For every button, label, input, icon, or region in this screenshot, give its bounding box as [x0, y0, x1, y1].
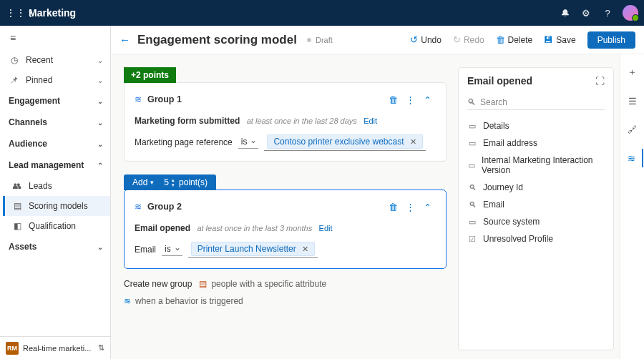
pane-attribute-list: ▭Details ▭Email address ▭Internal Market…	[459, 114, 613, 250]
nav-section-assets[interactable]: Assets ⌄	[0, 236, 110, 257]
chevron-down-icon: ⌄	[97, 119, 103, 127]
text-field-icon: ▭	[467, 139, 477, 148]
pane-item-internal-version[interactable]: ▭Internal Marketing Interaction Version	[463, 152, 609, 179]
redo-icon: ↻	[453, 34, 461, 45]
group-card-2[interactable]: ≋ Group 2 🗑︎ ⋮ ⌄ Email opened at least o…	[124, 190, 447, 269]
condition-name: Marketing form submitted	[135, 116, 240, 126]
nav-item-leads[interactable]: 👥︎ Leads	[3, 176, 110, 196]
points-spinner[interactable]: ▴▾	[172, 177, 175, 187]
behavior-icon: ≋	[135, 202, 142, 212]
nav-item-scoring-models[interactable]: ▤ Scoring models	[3, 196, 110, 216]
clock-icon: ◷	[9, 55, 20, 65]
nav-section-lead-management[interactable]: Lead management ⌃	[0, 154, 110, 176]
app-name: Marketing	[29, 7, 76, 19]
redo-button: ↻Redo	[447, 34, 490, 45]
filter-token: Contoso printer exclusive webcast ✕	[267, 134, 422, 149]
points-tag: +2 points	[124, 67, 176, 83]
record-status: Draft	[316, 36, 333, 44]
create-behavior-option[interactable]: ≋ when a behavior is triggered	[124, 296, 243, 306]
scoring-icon: ▤	[11, 201, 23, 211]
area-switch-icon: ⇅	[98, 343, 104, 353]
filter-operator-select[interactable]: is	[238, 135, 259, 149]
help-icon[interactable]: ?	[597, 8, 618, 19]
pane-search-input[interactable]: 🔍︎ Search	[467, 95, 605, 110]
pane-expand-icon[interactable]: ⛶	[595, 76, 605, 87]
user-avatar[interactable]	[623, 5, 638, 21]
right-rail: ＋ ☰ 🔗︎ ≋	[620, 54, 644, 359]
group-delete-icon[interactable]: 🗑︎	[384, 202, 401, 212]
group-more-icon[interactable]: ⋮	[401, 94, 419, 105]
nav-pinned[interactable]: 📌︎ Pinned ⌄	[0, 70, 110, 90]
save-icon: 💾︎	[544, 34, 553, 45]
attribute-icon: ▤	[199, 279, 207, 289]
condition-timeframe: at least once in the last 28 days	[247, 117, 357, 125]
nav-section-engagement[interactable]: Engagement ⌄	[0, 90, 110, 112]
chevron-down-icon: ▾	[150, 179, 154, 186]
global-top-bar: ⋮⋮⋮ Marketing 🔔︎ ⚙ ?	[0, 0, 644, 26]
nav-section-channels[interactable]: Channels ⌄	[0, 112, 110, 133]
pane-item-unresolved-profile[interactable]: ☑︎Unresolved Profile	[463, 230, 609, 247]
token-remove-icon[interactable]: ✕	[410, 137, 416, 147]
pane-item-email[interactable]: 🔍︎Email	[463, 196, 609, 213]
condition-edit-link[interactable]: Edit	[319, 224, 333, 232]
command-bar: ← Engagement scoring model Draft ↺Undo ↻…	[111, 26, 644, 54]
scoring-canvas: +2 points ≋ Group 1 🗑︎ ⋮ ⌄ Marketing for…	[111, 54, 455, 359]
chevron-down-icon: ⌄	[97, 56, 103, 64]
settings-gear-icon[interactable]: ⚙	[575, 8, 597, 19]
nav-hamburger-icon[interactable]: ≡	[0, 26, 110, 50]
condition-timeframe: at least once in the last 3 months	[197, 224, 312, 232]
filter-value-input[interactable]: Contoso printer exclusive webcast ✕	[264, 133, 425, 151]
create-group-label: Create new group	[124, 279, 192, 289]
rail-behavior-icon[interactable]: ≋	[622, 149, 643, 167]
filter-attribute-label: Marketing page reference	[135, 137, 233, 147]
add-points-bar[interactable]: Add ▾ 5 ▴▾ point(s)	[124, 174, 216, 190]
behavior-icon: ≋	[124, 296, 131, 306]
chevron-down-icon: ⌄	[97, 243, 103, 251]
chevron-up-icon: ⌃	[97, 162, 103, 169]
condition-edit-link[interactable]: Edit	[364, 117, 377, 125]
filter-row: Marketing page reference is Contoso prin…	[135, 133, 436, 151]
chevron-down-icon: ⌄	[97, 140, 103, 148]
filter-token: Printer Launch Newsletter ✕	[191, 242, 315, 256]
delete-button[interactable]: 🗑︎Delete	[490, 34, 539, 45]
behavior-icon: ≋	[135, 94, 142, 104]
filter-value-input[interactable]: Printer Launch Newsletter ✕	[188, 240, 318, 258]
group-card-1[interactable]: ≋ Group 1 🗑︎ ⋮ ⌄ Marketing form submitte…	[124, 82, 447, 162]
checkbox-icon: ☑︎	[467, 235, 477, 244]
pane-item-details[interactable]: ▭Details	[463, 117, 609, 134]
notifications-icon[interactable]: 🔔︎	[554, 8, 575, 19]
search-icon: 🔍︎	[467, 97, 476, 107]
pane-item-email-address[interactable]: ▭Email address	[463, 134, 609, 152]
filter-operator-select[interactable]: is	[162, 242, 182, 256]
nav-item-qualification[interactable]: ◧ Qualification	[3, 216, 110, 236]
token-remove-icon[interactable]: ✕	[302, 245, 308, 254]
qualification-icon: ◧	[11, 221, 23, 231]
points-value[interactable]: 5	[164, 177, 169, 187]
undo-icon: ↺	[410, 34, 418, 45]
undo-button[interactable]: ↺Undo	[404, 34, 447, 45]
save-button[interactable]: 💾︎Save	[538, 34, 581, 45]
back-arrow-icon[interactable]: ←	[119, 34, 130, 46]
lookup-icon: 🔍︎	[467, 183, 477, 192]
group-collapse-icon[interactable]: ⌄	[419, 94, 436, 105]
group-more-icon[interactable]: ⋮	[401, 202, 419, 212]
text-field-icon: ▭	[467, 161, 476, 170]
publish-button[interactable]: Publish	[587, 31, 635, 49]
pane-item-source-system[interactable]: ▭Source system	[463, 213, 609, 230]
group-collapse-icon[interactable]: ⌄	[419, 202, 436, 212]
status-dot-icon	[307, 38, 311, 42]
pane-title: Email opened	[467, 75, 595, 87]
nav-recent[interactable]: ◷ Recent ⌄	[0, 50, 110, 70]
app-launcher-icon[interactable]: ⋮⋮⋮	[6, 7, 26, 19]
rail-list-icon[interactable]: ☰	[622, 92, 643, 110]
group-title: Group 2	[147, 202, 384, 212]
rail-link-icon[interactable]: 🔗︎	[622, 120, 643, 139]
area-switcher[interactable]: RM Real-time marketi... ⇅	[0, 336, 110, 359]
create-attribute-option[interactable]: ▤ people with a specific attribute	[199, 279, 326, 289]
group-delete-icon[interactable]: 🗑︎	[384, 94, 401, 105]
nav-section-audience[interactable]: Audience ⌄	[0, 133, 110, 154]
properties-pane: Email opened ⛶ 🔍︎ Search ▭Details ▭Email…	[458, 67, 614, 350]
rail-add-icon[interactable]: ＋	[622, 63, 643, 82]
pane-item-journey-id[interactable]: 🔍︎Journey Id	[463, 179, 609, 196]
leads-icon: 👥︎	[11, 181, 23, 191]
